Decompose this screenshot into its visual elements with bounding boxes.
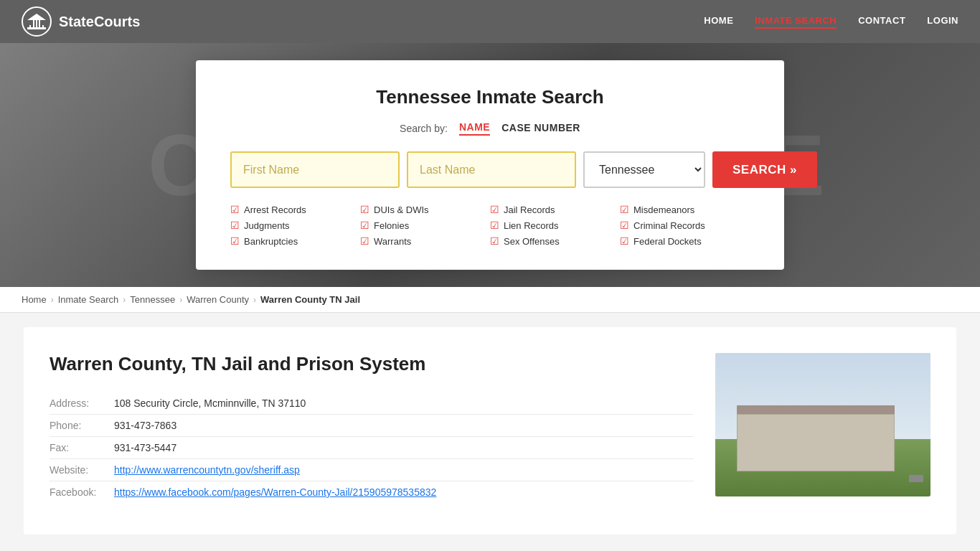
nav-inmate-search[interactable]: INMATE SEARCH <box>755 15 837 29</box>
state-select[interactable]: AlabamaAlaskaArizonaArkansasCaliforniaCo… <box>583 151 705 188</box>
checklist-col-1: ☑ Arrest Records ☑ Judgments ☑ Bankruptc… <box>230 204 360 247</box>
facebook-value: https://www.facebook.com/pages/Warren-Co… <box>114 481 694 504</box>
table-row-website: Website: http://www.warrencountytn.gov/s… <box>50 459 694 481</box>
checklist-label-judgments: Judgments <box>244 220 290 231</box>
jail-title: Warren County, TN Jail and Prison System <box>50 353 694 375</box>
checklist-lien-records: ☑ Lien Records <box>490 220 620 231</box>
search-button[interactable]: SEARCH » <box>712 151 817 188</box>
breadcrumb-inmate-search[interactable]: Inmate Search <box>58 294 119 305</box>
checklist-warrants: ☑ Warrants <box>360 235 490 247</box>
website-link[interactable]: http://www.warrencountytn.gov/sheriff.as… <box>114 464 300 476</box>
facebook-label: Facebook: <box>50 481 114 504</box>
facebook-link[interactable]: https://www.facebook.com/pages/Warren-Co… <box>114 486 436 498</box>
breadcrumb-home[interactable]: Home <box>22 294 47 305</box>
building-body <box>737 414 895 471</box>
jail-info-table: Address: 108 Security Circle, Mcminnvill… <box>50 392 694 503</box>
table-row-address: Address: 108 Security Circle, Mcminnvill… <box>50 392 694 415</box>
check-icon-3: ☑ <box>230 235 240 247</box>
checklist-federal-dockets: ☑ Federal Dockets <box>620 235 750 247</box>
nav-contact[interactable]: CONTACT <box>858 15 905 29</box>
jail-photo-section <box>715 353 930 509</box>
tab-name[interactable]: NAME <box>459 121 490 136</box>
checklist-duis: ☑ DUIs & DWIs <box>360 204 490 215</box>
checklist-criminal-records: ☑ Criminal Records <box>620 220 750 231</box>
check-icon-7: ☑ <box>490 204 499 215</box>
breadcrumb-warren-county[interactable]: Warren County <box>187 294 249 305</box>
checklist-label-duis: DUIs & DWIs <box>374 204 429 215</box>
checklist-label-federal: Federal Dockets <box>633 236 702 247</box>
website-value: http://www.warrencountytn.gov/sheriff.as… <box>114 459 694 481</box>
search-card: Tennessee Inmate Search Search by: NAME … <box>196 60 784 270</box>
svg-rect-4 <box>36 19 37 28</box>
checklist-label-bankruptcies: Bankruptcies <box>244 236 298 247</box>
check-icon-6: ☑ <box>360 235 369 247</box>
check-icon-12: ☑ <box>620 235 629 247</box>
search-inputs-row: AlabamaAlaskaArizonaArkansasCaliforniaCo… <box>230 151 750 188</box>
checklist-label-sex-offenses: Sex Offenses <box>504 236 560 247</box>
checklist-bankruptcies: ☑ Bankruptcies <box>230 235 360 247</box>
address-value: 108 Security Circle, Mcminnville, TN 371… <box>114 392 694 415</box>
svg-marker-7 <box>27 14 46 20</box>
building-roof <box>737 405 895 414</box>
nav-login[interactable]: LOGIN <box>927 15 958 29</box>
breadcrumb-sep-3: › <box>179 295 182 305</box>
check-icon-8: ☑ <box>490 220 499 231</box>
checklist-label-warrants: Warrants <box>374 236 411 247</box>
site-name: StateCourts <box>59 14 140 30</box>
check-icon-9: ☑ <box>490 235 499 247</box>
checklist-arrest-records: ☑ Arrest Records <box>230 204 360 215</box>
table-row-fax: Fax: 931-473-5447 <box>50 437 694 459</box>
breadcrumb: Home › Inmate Search › Tennessee › Warre… <box>0 287 980 313</box>
checklist-sex-offenses: ☑ Sex Offenses <box>490 235 620 247</box>
jail-info-section: Warren County, TN Jail and Prison System… <box>50 353 694 509</box>
search-by-label: Search by: <box>400 123 448 134</box>
main-content: Warren County, TN Jail and Prison System… <box>0 313 980 551</box>
logo-icon <box>22 6 52 37</box>
checklist-label-felonies: Felonies <box>374 220 409 231</box>
check-icon-2: ☑ <box>230 220 240 231</box>
table-row-phone: Phone: 931-473-7863 <box>50 415 694 437</box>
first-name-input[interactable] <box>230 151 400 188</box>
checklist-misdemeanors: ☑ Misdemeanors <box>620 204 750 215</box>
check-icon-1: ☑ <box>230 204 240 215</box>
checklist-col-3: ☑ Jail Records ☑ Lien Records ☑ Sex Offe… <box>490 204 620 247</box>
address-label: Address: <box>50 392 114 415</box>
checklist-label-misdemeanors: Misdemeanors <box>633 204 694 215</box>
nav-links: HOME INMATE SEARCH CONTACT LOGIN <box>704 15 958 29</box>
checklist-label-jail: Jail Records <box>504 204 555 215</box>
website-label: Website: <box>50 459 114 481</box>
table-row-facebook: Facebook: https://www.facebook.com/pages… <box>50 481 694 504</box>
jail-photo <box>715 353 930 496</box>
hero-section: COURTHOUSE Tennessee Inmate Search Searc… <box>0 43 980 287</box>
content-card: Warren County, TN Jail and Prison System… <box>24 327 956 534</box>
check-icon-4: ☑ <box>360 204 369 215</box>
checklist-judgments: ☑ Judgments <box>230 220 360 231</box>
phone-value: 931-473-7863 <box>114 415 694 437</box>
search-card-title: Tennessee Inmate Search <box>230 86 750 108</box>
check-icon-10: ☑ <box>620 204 629 215</box>
checklist-label-criminal: Criminal Records <box>633 220 705 231</box>
last-name-input[interactable] <box>407 151 576 188</box>
parking-lot <box>909 475 923 482</box>
nav-home[interactable]: HOME <box>704 15 733 29</box>
checklist-grid: ☑ Arrest Records ☑ Judgments ☑ Bankruptc… <box>230 204 750 247</box>
checklist-label-lien: Lien Records <box>504 220 559 231</box>
checklist-col-2: ☑ DUIs & DWIs ☑ Felonies ☑ Warrants <box>360 204 490 247</box>
fax-value: 931-473-5447 <box>114 437 694 459</box>
svg-rect-5 <box>39 19 40 28</box>
svg-rect-6 <box>42 25 44 28</box>
fax-label: Fax: <box>50 437 114 459</box>
tab-case-number[interactable]: CASE NUMBER <box>501 122 580 135</box>
svg-rect-3 <box>33 19 34 28</box>
checklist-label-arrest: Arrest Records <box>244 204 306 215</box>
breadcrumb-sep-4: › <box>253 295 256 305</box>
navbar: StateCourts HOME INMATE SEARCH CONTACT L… <box>0 0 980 43</box>
site-logo[interactable]: StateCourts <box>22 6 140 37</box>
check-icon-5: ☑ <box>360 220 369 231</box>
breadcrumb-current: Warren County TN Jail <box>260 294 360 305</box>
phone-label: Phone: <box>50 415 114 437</box>
breadcrumb-tennessee[interactable]: Tennessee <box>130 294 175 305</box>
checklist-col-4: ☑ Misdemeanors ☑ Criminal Records ☑ Fede… <box>620 204 750 247</box>
svg-rect-2 <box>29 25 31 28</box>
breadcrumb-sep-1: › <box>51 295 54 305</box>
